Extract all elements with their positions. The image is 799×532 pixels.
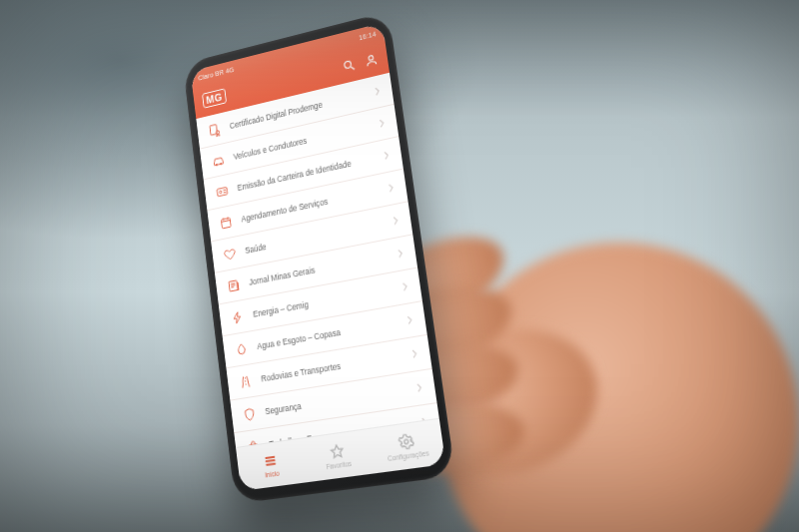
tab-favorites[interactable]: Favoritos [302,429,376,482]
gear-icon [398,432,415,451]
svg-rect-14 [266,462,276,465]
list-item[interactable]: Rodovias e Transportes [227,335,432,401]
chevron-right-icon [393,216,400,227]
app-header: MG [193,40,390,119]
list-item-label: Segurança [265,385,407,416]
tab-settings[interactable]: Configurações [369,419,445,474]
shield-icon [242,405,257,422]
list-item-label: Rodovias e Transportes [261,351,403,383]
list-item[interactable]: Emissão da Carteira de Identidade [204,137,403,211]
svg-rect-12 [265,456,275,459]
list-item-label: Energia – Cemig [253,284,394,318]
list-item-label: Saúde [245,219,385,255]
tab-home-label: Início [265,470,280,479]
list-item-label: Agendamento de Serviços [241,187,380,224]
droplet-icon [234,340,249,357]
car-icon [211,152,226,169]
profile-icon[interactable] [364,52,379,69]
svg-point-5 [216,164,218,166]
chevron-right-icon [420,416,427,427]
star-icon [329,442,346,460]
chevron-right-icon [401,281,408,292]
tab-settings-label: Configurações [388,449,429,462]
list-item-label: Emissão da Carteira de Identidade [237,154,375,192]
app-screen: Claro BR 4G 16:14 MG Certificado Digit [191,23,446,491]
chevron-right-icon [411,348,418,359]
svg-marker-15 [331,444,344,458]
carrier-label: Claro BR 4G [198,66,235,81]
svg-point-8 [220,191,222,194]
briefcase-icon [246,438,261,447]
tab-favorites-label: Favoritos [326,460,352,471]
service-list: Certificado Digital ProdemgeVeículos e C… [196,73,438,447]
app-logo: MG [202,88,227,108]
list-item[interactable]: Saúde [211,202,412,272]
search-icon[interactable] [342,57,357,74]
bolt-icon [230,308,245,325]
tab-home[interactable]: Início [236,439,307,491]
chevron-right-icon [406,314,413,325]
svg-line-1 [351,66,355,70]
home-icon [262,451,279,469]
list-item-label: Jornal Minas Gerais [249,252,389,286]
list-item[interactable]: Trabalho e Emprego [234,403,438,447]
svg-point-4 [216,130,220,134]
chevron-right-icon [384,150,391,161]
svg-rect-7 [217,187,228,196]
list-item[interactable]: Segurança [230,369,436,433]
list-item[interactable]: Água e Esgoto – Copasa [223,301,427,368]
svg-rect-9 [221,218,231,229]
list-item[interactable]: Jornal Minas Gerais [215,235,417,304]
heart-icon [223,246,238,263]
svg-rect-3 [210,124,218,135]
list-item[interactable]: Agendamento de Serviços [207,170,407,243]
chevron-right-icon [379,118,386,129]
chevron-right-icon [388,183,395,194]
svg-rect-10 [229,279,238,290]
road-icon [238,373,253,390]
newspaper-icon [226,276,241,293]
calendar-icon [219,214,234,231]
phone-frame: Claro BR 4G 16:14 MG Certificado Digit [183,11,455,504]
svg-point-0 [344,61,351,69]
svg-point-16 [404,439,409,444]
list-item[interactable]: Veículos e Condutores [200,105,399,181]
list-item-label: Trabalho e Emprego [269,419,412,447]
id-card-icon [215,183,230,200]
svg-point-6 [220,163,222,165]
svg-rect-13 [266,459,276,462]
svg-point-2 [369,55,374,61]
svg-rect-11 [249,443,259,447]
list-item-label: Água e Esgoto – Copasa [257,318,399,351]
tab-bar: Início Favoritos Configurações [236,418,445,491]
chevron-right-icon [398,249,404,260]
list-item-label: Veículos e Condutores [233,122,371,161]
chevron-right-icon [416,382,423,393]
chevron-right-icon [375,86,382,97]
status-bar: Claro BR 4G 16:14 [191,23,386,88]
list-item[interactable]: Energia – Cemig [219,268,422,337]
list-item-label: Certificado Digital Prodemge [229,90,366,130]
clock-label: 16:14 [359,30,377,41]
list-item[interactable]: Certificado Digital Prodemge [196,73,394,150]
certificate-icon [208,121,223,138]
